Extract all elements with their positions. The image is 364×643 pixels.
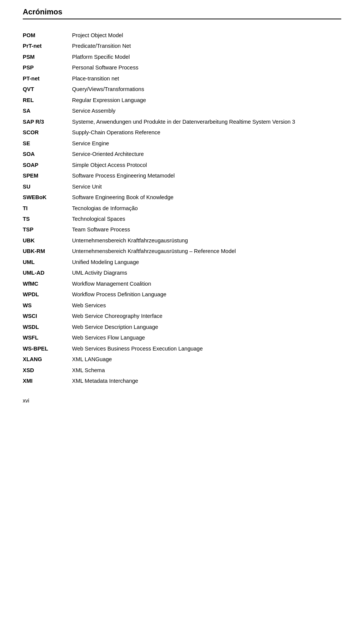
- abbreviation: SOAP: [23, 160, 72, 170]
- table-row: SUService Unit: [23, 181, 341, 192]
- definition: Software Process Engineering Metamodel: [72, 170, 341, 181]
- table-row: TITecnologias de Informação: [23, 203, 341, 214]
- definition: Query/Views/Transformations: [72, 84, 341, 94]
- abbreviation: SA: [23, 105, 72, 116]
- definition: Web Services Business Process Execution …: [72, 343, 341, 354]
- definition: Service-Oriented Architecture: [72, 149, 341, 159]
- table-row: UMLUnified Modeling Language: [23, 257, 341, 267]
- definition: Service Assembly: [72, 105, 341, 116]
- table-row: RELRegular Expression Language: [23, 95, 341, 105]
- table-row: XSDXML Schema: [23, 365, 341, 376]
- abbreviation: WPDL: [23, 289, 72, 300]
- definition: Software Engineering Book of Knowledge: [72, 192, 341, 203]
- abbreviation: XMI: [23, 376, 72, 386]
- abbreviation: QVT: [23, 84, 72, 94]
- abbreviation: WfMC: [23, 278, 72, 289]
- abbreviation: XSD: [23, 365, 72, 376]
- abbreviation: PSP: [23, 62, 72, 73]
- definition: Technological Spaces: [72, 214, 341, 224]
- abbreviation: UBK: [23, 235, 72, 246]
- table-row: SCORSupply-Chain Operations Reference: [23, 127, 341, 138]
- abbreviation: XLANG: [23, 354, 72, 365]
- definition: Unified Modeling Language: [72, 257, 341, 267]
- table-row: WPDLWorkflow Process Definition Language: [23, 289, 341, 300]
- table-row: POMProject Object Model: [23, 30, 341, 41]
- table-row: UBK-RMUnternehmensbereich Kraftfahrzeuga…: [23, 246, 341, 256]
- table-row: XLANGXML LANGuage: [23, 354, 341, 365]
- table-row: PSPPersonal Software Process: [23, 62, 341, 73]
- abbreviation: TSP: [23, 224, 72, 235]
- abbreviation: REL: [23, 95, 72, 105]
- definition: Unternehmensbereich Kraftfahrzeugausrüst…: [72, 235, 341, 246]
- table-row: SAP R/3Systeme, Anwendungen und Produkte…: [23, 116, 341, 127]
- table-row: XMIXML Metadata Interchange: [23, 376, 341, 386]
- abbreviation: SAP R/3: [23, 116, 72, 127]
- abbreviation: PT-net: [23, 73, 72, 84]
- table-row: PT-netPlace-transition net: [23, 73, 341, 84]
- definition: XML Metadata Interchange: [72, 376, 341, 386]
- abbreviation: SCOR: [23, 127, 72, 138]
- abbreviation: UML: [23, 257, 72, 267]
- abbreviation: SPEM: [23, 170, 72, 181]
- definition: Place-transition net: [72, 73, 341, 84]
- definition: Team Software Process: [72, 224, 341, 235]
- definition: Web Service Description Language: [72, 322, 341, 332]
- definition: Personal Software Process: [72, 62, 341, 73]
- table-row: SWEBoKSoftware Engineering Book of Knowl…: [23, 192, 341, 203]
- page-footer: xvi: [23, 398, 341, 404]
- definition: Unternehmensbereich Kraftfahrzeugausrüst…: [72, 246, 341, 256]
- table-row: WfMCWorkflow Management Coalition: [23, 278, 341, 289]
- definition: XML LANGuage: [72, 354, 341, 365]
- table-row: TSTechnological Spaces: [23, 214, 341, 224]
- definition: Project Object Model: [72, 30, 341, 41]
- abbreviation: WS: [23, 300, 72, 311]
- abbreviation: SU: [23, 181, 72, 192]
- abbreviation: SWEBoK: [23, 192, 72, 203]
- table-row: PrT-netPredicate/Transition Net: [23, 41, 341, 51]
- table-row: SOAService-Oriented Architecture: [23, 149, 341, 159]
- definition: Regular Expression Language: [72, 95, 341, 105]
- definition: Platform Specific Model: [72, 52, 341, 62]
- table-row: QVTQuery/Views/Transformations: [23, 84, 341, 94]
- abbreviation: PrT-net: [23, 41, 72, 51]
- abbreviation: POM: [23, 30, 72, 41]
- definition: Workflow Process Definition Language: [72, 289, 341, 300]
- abbreviation: WS-BPEL: [23, 343, 72, 354]
- abbreviation: WSCI: [23, 311, 72, 321]
- table-row: WSCIWeb Service Choreography Interface: [23, 311, 341, 321]
- definition: Systeme, Anwendungen und Produkte in der…: [72, 116, 341, 127]
- definition: Predicate/Transition Net: [72, 41, 341, 51]
- table-row: UML-ADUML Activity Diagrams: [23, 267, 341, 278]
- definition: Web Services Flow Language: [72, 332, 341, 343]
- abbreviation: WSFL: [23, 332, 72, 343]
- abbreviation: SOA: [23, 149, 72, 159]
- page-title: Acrónimos: [23, 8, 62, 16]
- definition: Workflow Management Coalition: [72, 278, 341, 289]
- table-row: UBKUnternehmensbereich Kraftfahrzeugausr…: [23, 235, 341, 246]
- acronym-table: POMProject Object ModelPrT-netPredicate/…: [23, 30, 341, 386]
- table-row: WSDLWeb Service Description Language: [23, 322, 341, 332]
- page-number: xvi: [23, 398, 29, 404]
- table-row: SOAPSimple Object Access Protocol: [23, 160, 341, 170]
- table-row: SAService Assembly: [23, 105, 341, 116]
- definition: Web Services: [72, 300, 341, 311]
- abbreviation: UML-AD: [23, 267, 72, 278]
- abbreviation: TI: [23, 203, 72, 214]
- definition: Web Service Choreography Interface: [72, 311, 341, 321]
- definition: Simple Object Access Protocol: [72, 160, 341, 170]
- table-row: TSPTeam Software Process: [23, 224, 341, 235]
- definition: Service Unit: [72, 181, 341, 192]
- abbreviation: PSM: [23, 52, 72, 62]
- abbreviation: SE: [23, 138, 72, 149]
- definition: Tecnologias de Informação: [72, 203, 341, 214]
- table-row: WSWeb Services: [23, 300, 341, 311]
- page-header: Acrónimos: [23, 8, 341, 19]
- abbreviation: TS: [23, 214, 72, 224]
- definition: UML Activity Diagrams: [72, 267, 341, 278]
- table-row: PSMPlatform Specific Model: [23, 52, 341, 62]
- table-row: SPEMSoftware Process Engineering Metamod…: [23, 170, 341, 181]
- table-row: WSFLWeb Services Flow Language: [23, 332, 341, 343]
- table-row: WS-BPELWeb Services Business Process Exe…: [23, 343, 341, 354]
- table-row: SEService Engine: [23, 138, 341, 149]
- definition: XML Schema: [72, 365, 341, 376]
